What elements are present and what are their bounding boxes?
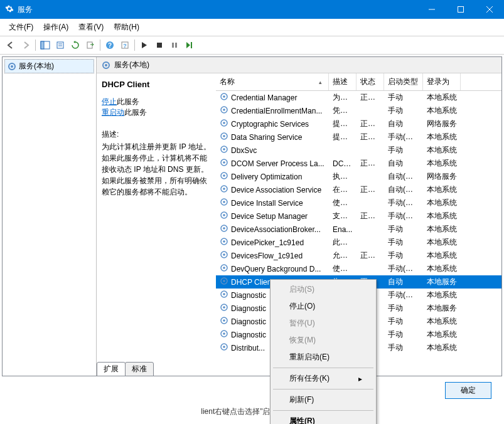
col-logon[interactable]: 登录为 [423, 73, 461, 90]
svg-point-47 [223, 253, 225, 256]
service-row[interactable]: Delivery Optimization执行...自动(延迟...网络服务 [216, 170, 501, 183]
gear-icon [220, 92, 228, 103]
gear-icon [220, 132, 228, 142]
gear-icon [220, 329, 228, 340]
maximize-button[interactable] [446, 0, 475, 19]
service-row[interactable]: DevicesFlow_1c91ed允许...正在...手动本地系统 [216, 249, 501, 262]
export-button[interactable] [83, 38, 97, 52]
close-button[interactable] [475, 0, 504, 19]
service-row[interactable]: Device Setup Manager支持...正在...手动(触发...本地… [216, 209, 501, 223]
refresh-button[interactable] [68, 38, 82, 52]
ctx-stop[interactable]: 停止(O) [272, 298, 375, 315]
tree-node-label: 服务(本地) [19, 61, 54, 72]
stop-button[interactable] [153, 38, 166, 52]
service-row[interactable]: Data Sharing Service提供...正在...手动(触发...本地… [216, 130, 501, 144]
service-row[interactable]: Device Install Service使计...手动(触发...本地系统 [216, 196, 501, 209]
svg-rect-17 [191, 42, 192, 48]
detail-service-name: DHCP Client [102, 80, 211, 89]
ctx-resume[interactable]: 恢复(M) [272, 332, 375, 349]
svg-point-31 [223, 148, 225, 151]
menu-view[interactable]: 查看(V) [73, 20, 109, 34]
svg-point-19 [11, 65, 13, 68]
gear-icon [5, 4, 14, 15]
gear-icon [220, 263, 228, 274]
gear-icon [220, 171, 228, 182]
svg-rect-6 [57, 42, 63, 48]
desc-text: 为此计算机注册并更新 IP 地址。如果此服务停止，计算机将不能接收动态 IP 地… [102, 141, 211, 198]
stop-service-line: 停止此服务 [102, 97, 211, 107]
view-tabs: 扩展 标准 [97, 362, 153, 376]
tab-extended[interactable]: 扩展 [97, 362, 126, 376]
desc-label: 描述: [102, 129, 211, 140]
tab-standard[interactable]: 标准 [125, 362, 154, 376]
back-button[interactable] [4, 38, 18, 52]
menu-action[interactable]: 操作(A) [38, 20, 73, 34]
gear-icon [220, 303, 228, 314]
stop-link[interactable]: 停止 [102, 97, 117, 106]
properties-button[interactable] [53, 38, 67, 52]
ok-button[interactable]: 确定 [445, 382, 491, 399]
service-row[interactable]: CredentialEnrollmentMan...凭据...手动本地系统 [216, 104, 501, 117]
svg-rect-15 [172, 43, 174, 48]
svg-rect-5 [41, 41, 44, 49]
minimize-button[interactable] [417, 0, 446, 19]
restart-service-line: 重启动此服务 [102, 107, 211, 118]
svg-point-49 [223, 267, 225, 269]
right-header: 服务(本地) [97, 57, 501, 73]
play-button[interactable] [137, 38, 151, 52]
pause-button[interactable] [168, 38, 181, 52]
gear-icon [220, 211, 228, 221]
tree-node-services-local[interactable]: 服务(本地) [4, 59, 94, 73]
ctx-refresh[interactable]: 刷新(F) [272, 391, 375, 408]
svg-rect-16 [175, 43, 177, 48]
gear-icon [220, 224, 228, 235]
chevron-right-icon: ▸ [358, 374, 362, 383]
gear-icon [220, 145, 228, 156]
context-menu: 启动(S) 停止(O) 暂停(U) 恢复(M) 重新启动(E) 所有任务(K)▸… [270, 279, 377, 421]
help2-button[interactable]: ? [118, 38, 132, 52]
forward-button[interactable] [19, 38, 33, 52]
ctx-start[interactable]: 启动(S) [272, 281, 375, 298]
window-title: 服务 [18, 4, 417, 15]
gear-icon [220, 277, 228, 287]
ctx-alltasks[interactable]: 所有任务(K)▸ [272, 370, 375, 387]
service-row[interactable]: Credential Manager为用...正在...手动本地系统 [216, 91, 501, 104]
svg-point-53 [223, 293, 225, 295]
service-row[interactable]: DevQuery Background D...使应...手动(触发...本地系… [216, 262, 501, 275]
gear-icon [220, 237, 228, 248]
service-row[interactable]: Device Association Service在系...正在...自动(触… [216, 183, 501, 196]
ctx-pause[interactable]: 暂停(U) [272, 315, 375, 332]
dialog-footer: 确定 [0, 378, 504, 403]
main-area: 服务(本地) 服务(本地) DHCP Client 停止此服务 重启动此服务 描… [2, 56, 502, 376]
caption-text: lient右键点击选择"启动"即可。 [0, 403, 504, 421]
svg-point-35 [223, 174, 225, 177]
help-button[interactable]: ? [103, 38, 117, 52]
gear-icon [220, 158, 228, 169]
gear-icon [220, 316, 228, 327]
svg-text:?: ? [108, 42, 112, 49]
restart-link[interactable]: 重启动 [102, 108, 124, 117]
col-desc[interactable]: 描述 [329, 73, 357, 90]
service-row[interactable]: DCOM Server Process La...DCO...正在...自动本地… [216, 157, 501, 170]
col-name[interactable]: 名称▴ [216, 73, 329, 90]
service-row[interactable]: DevicePicker_1c91ed此用...手动本地系统 [216, 236, 501, 249]
tree-pane: 服务(本地) [3, 57, 97, 376]
service-row[interactable]: Cryptographic Services提供...正在...自动网络服务 [216, 117, 501, 130]
show-hide-tree-button[interactable] [38, 38, 52, 52]
svg-point-33 [223, 161, 225, 164]
gear-icon [102, 61, 110, 70]
menu-help[interactable]: 帮助(H) [109, 20, 144, 34]
svg-rect-9 [87, 42, 92, 48]
gear-icon [220, 105, 228, 116]
ctx-properties[interactable]: 属性(R) [272, 413, 375, 421]
titlebar: 服务 [0, 0, 504, 19]
gear-icon [220, 198, 228, 208]
service-row[interactable]: DeviceAssociationBroker...Ena...手动本地系统 [216, 223, 501, 236]
ctx-restart[interactable]: 重新启动(E) [272, 349, 375, 366]
menu-file[interactable]: 文件(F) [4, 20, 38, 34]
col-start[interactable]: 启动类型 [384, 73, 423, 90]
gear-icon [220, 342, 228, 353]
service-row[interactable]: DbxSvc手动本地系统 [216, 144, 501, 157]
col-status[interactable]: 状态 [357, 73, 384, 90]
restart-button[interactable] [183, 38, 196, 52]
